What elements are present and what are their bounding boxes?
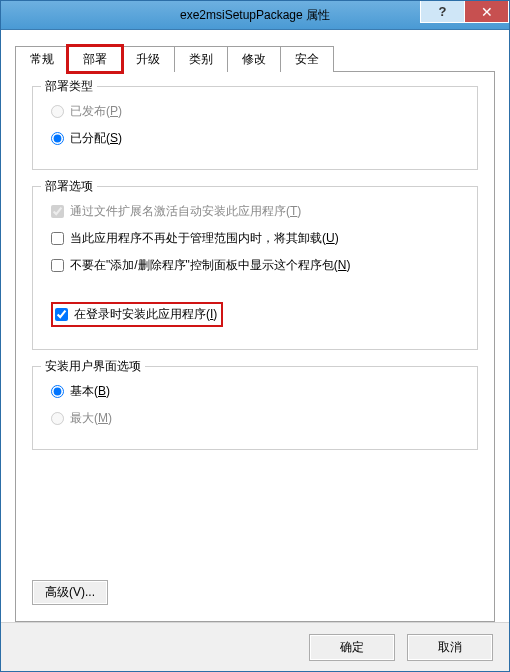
titlebar: exe2msiSetupPackage 属性 ? ✕ bbox=[1, 1, 509, 30]
check-hidearp-label: 不要在"添加/删除程序"控制面板中显示这个程序包(N) bbox=[70, 257, 351, 274]
radio-published-row[interactable]: 已发布(P) bbox=[51, 103, 463, 120]
titlebar-buttons: ? ✕ bbox=[421, 1, 509, 31]
radio-basic[interactable] bbox=[51, 385, 64, 398]
advanced-button[interactable]: 高级(V)... bbox=[32, 580, 108, 605]
group-deployment-type: 部署类型 已发布(P) 已分配(S) bbox=[32, 86, 478, 170]
group-install-ui: 安装用户界面选项 基本(B) 最大(M) bbox=[32, 366, 478, 450]
check-hidearp-row[interactable]: 不要在"添加/删除程序"控制面板中显示这个程序包(N) bbox=[51, 257, 463, 274]
tab-general[interactable]: 常规 bbox=[15, 46, 69, 72]
radio-basic-row[interactable]: 基本(B) bbox=[51, 383, 463, 400]
close-button[interactable]: ✕ bbox=[464, 1, 509, 23]
ok-button[interactable]: 确定 bbox=[309, 634, 395, 661]
highlight-rectangle: 在登录时安装此应用程序(I) bbox=[51, 302, 223, 327]
cancel-button[interactable]: 取消 bbox=[407, 634, 493, 661]
tab-area: 常规 部署 升级 类别 修改 安全 部署类型 已发布(P) bbox=[1, 30, 509, 622]
group-deployment-type-legend: 部署类型 bbox=[41, 78, 97, 95]
radio-basic-label: 基本(B) bbox=[70, 383, 110, 400]
check-autoinstall-label: 通过文件扩展名激活自动安装此应用程序(T) bbox=[70, 203, 301, 220]
radio-assigned[interactable] bbox=[51, 132, 64, 145]
radio-published-label: 已发布(P) bbox=[70, 103, 122, 120]
radio-assigned-label: 已分配(S) bbox=[70, 130, 122, 147]
help-button[interactable]: ? bbox=[420, 1, 465, 23]
group-deployment-options: 部署选项 通过文件扩展名激活自动安装此应用程序(T) 当此应用程序不再处于管理范… bbox=[32, 186, 478, 350]
tab-modifications[interactable]: 修改 bbox=[227, 46, 281, 72]
radio-max-label: 最大(M) bbox=[70, 410, 112, 427]
check-uninstall[interactable] bbox=[51, 232, 64, 245]
tab-upgrade[interactable]: 升级 bbox=[121, 46, 175, 72]
check-uninstall-label: 当此应用程序不再处于管理范围内时，将其卸载(U) bbox=[70, 230, 339, 247]
check-hidearp[interactable] bbox=[51, 259, 64, 272]
check-autoinstall-row[interactable]: 通过文件扩展名激活自动安装此应用程序(T) bbox=[51, 203, 463, 220]
dialog-footer: 确定 取消 bbox=[1, 622, 509, 671]
dialog-window: exe2msiSetupPackage 属性 ? ✕ 常规 部署 升级 类别 修… bbox=[0, 0, 510, 672]
radio-published[interactable] bbox=[51, 105, 64, 118]
check-autoinstall[interactable] bbox=[51, 205, 64, 218]
tab-security[interactable]: 安全 bbox=[280, 46, 334, 72]
check-logon-row-wrap: 在登录时安装此应用程序(I) bbox=[51, 302, 463, 327]
radio-max-row[interactable]: 最大(M) bbox=[51, 410, 463, 427]
radio-max[interactable] bbox=[51, 412, 64, 425]
check-logon-label: 在登录时安装此应用程序(I) bbox=[74, 306, 217, 323]
tab-deployment[interactable]: 部署 bbox=[68, 46, 122, 72]
group-deployment-options-legend: 部署选项 bbox=[41, 178, 97, 195]
check-uninstall-row[interactable]: 当此应用程序不再处于管理范围内时，将其卸载(U) bbox=[51, 230, 463, 247]
check-logon[interactable] bbox=[55, 308, 68, 321]
tab-page-deployment: 部署类型 已发布(P) 已分配(S) 部署选项 bbox=[15, 72, 495, 622]
radio-assigned-row[interactable]: 已分配(S) bbox=[51, 130, 463, 147]
tab-category[interactable]: 类别 bbox=[174, 46, 228, 72]
tab-row: 常规 部署 升级 类别 修改 安全 bbox=[15, 45, 495, 72]
group-install-ui-legend: 安装用户界面选项 bbox=[41, 358, 145, 375]
